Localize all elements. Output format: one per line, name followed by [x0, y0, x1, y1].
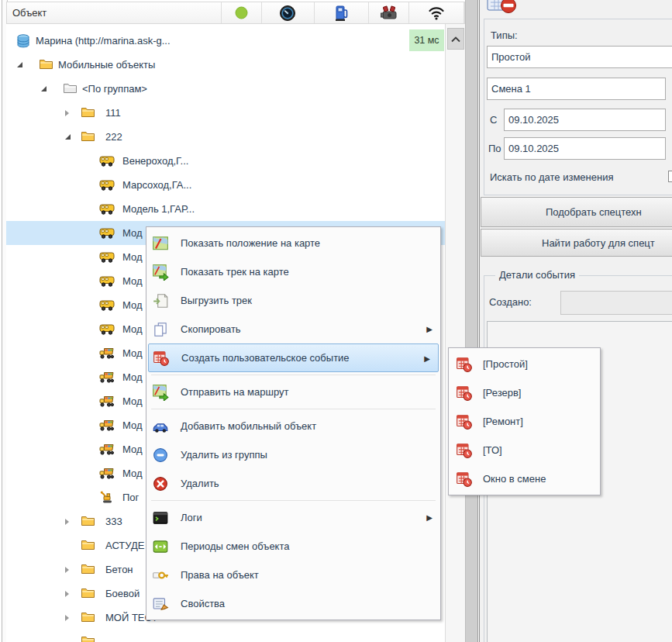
dump-truck-icon	[99, 371, 115, 384]
context-menu-item[interactable]: Удалить из группы	[146, 440, 440, 469]
context-menu-item[interactable]: Показать положение на карте	[146, 229, 440, 257]
tree-column-header: Объект	[6, 2, 465, 24]
tree-item[interactable]: Модель 1,ГАР...	[6, 197, 445, 221]
column-header-engine-icon[interactable]	[369, 2, 409, 23]
folder-icon	[81, 610, 95, 623]
scrollbar-up-button[interactable]	[447, 28, 464, 50]
context-menu-item[interactable]: Скопировать▶	[146, 315, 440, 343]
tree-item[interactable]: Венероход,Г...	[6, 149, 445, 173]
types-label: Типы:	[491, 29, 518, 41]
tree-item-label: Мод	[122, 365, 143, 389]
tree-item-label: Мод	[122, 317, 143, 341]
tree-item-label: <По группам>	[82, 77, 147, 101]
context-menu-item[interactable]: Показать трек на карте	[146, 257, 440, 286]
submenu-arrow-icon: ▶	[426, 315, 432, 343]
shift-combo[interactable]	[487, 78, 666, 100]
folder-icon	[81, 514, 95, 527]
tree-item-label: Мод	[122, 413, 143, 437]
delete-icon	[152, 475, 169, 492]
menu-item-label: Свойства	[181, 598, 225, 609]
expand-arrow-icon[interactable]	[65, 567, 69, 573]
event-icon	[456, 471, 473, 488]
map-position-icon	[152, 235, 169, 252]
bus-icon	[99, 323, 115, 336]
menu-item-label: [Простой]	[483, 358, 528, 370]
context-menu-item[interactable]: Свойства	[146, 589, 440, 618]
date-to-input[interactable]	[504, 137, 666, 160]
tree-item-label: 222	[105, 125, 122, 149]
search-by-date-checkbox[interactable]	[668, 171, 672, 182]
expand-arrow-icon[interactable]	[65, 615, 69, 621]
search-by-date-label: Искать по дате изменения	[490, 171, 613, 183]
collapse-arrow-icon[interactable]	[65, 134, 71, 140]
menu-separator	[151, 500, 436, 501]
logs-icon	[152, 509, 169, 526]
submenu-item[interactable]: Окно в смене	[449, 464, 600, 493]
tree-item[interactable]: Марина (http://marina.ask-g...31 мс	[6, 29, 445, 53]
tree-item[interactable]	[6, 630, 445, 642]
submenu-item[interactable]: [Резерв]	[449, 378, 600, 407]
menu-item-label: Окно в смене	[483, 473, 546, 485]
expand-arrow-icon[interactable]	[65, 591, 69, 597]
submenu-item[interactable]: [Простой]	[449, 350, 600, 378]
folder-icon	[39, 57, 53, 71]
tree-item-label: Мод	[122, 293, 143, 317]
folder-icon	[81, 562, 95, 575]
bus-icon	[99, 299, 115, 312]
event-icon	[153, 350, 170, 367]
event-type-input[interactable]	[487, 46, 672, 68]
menu-item-label: Удалить из группы	[181, 449, 267, 461]
context-menu-item[interactable]: Логи▶	[146, 503, 440, 532]
column-header-wifi-icon[interactable]	[409, 2, 464, 23]
dump-truck-icon	[99, 467, 115, 480]
dump-truck-icon	[99, 395, 115, 408]
menu-item-label: [ТО]	[483, 444, 502, 456]
collapse-arrow-icon[interactable]	[17, 62, 22, 67]
tree-item[interactable]: 222	[6, 125, 445, 149]
context-menu-item[interactable]: Права на объект	[146, 561, 440, 589]
date-from-input[interactable]	[504, 109, 666, 131]
find-work-button[interactable]: Найти работу для спецт	[481, 229, 672, 257]
context-menu: Показать положение на картеПоказать трек…	[146, 226, 441, 620]
bus-icon	[99, 226, 115, 240]
menu-item-label: Добавить мобильный объект	[181, 420, 316, 432]
submenu-item[interactable]: [ТО]	[449, 436, 600, 464]
context-menu-item[interactable]: Добавить мобильный объект	[146, 412, 440, 440]
date-to-label: По	[488, 143, 501, 154]
tree-item[interactable]: <По группам>	[6, 77, 445, 101]
event-icon	[456, 385, 473, 402]
create-event-toolbar-icon[interactable]	[486, 0, 517, 15]
scrollbar-track[interactable]	[445, 24, 465, 642]
tree-item[interactable]: Мобильные объекты	[6, 53, 445, 77]
bus-icon	[99, 202, 115, 216]
bus-icon	[99, 274, 115, 288]
tree-item-label: Пог	[122, 485, 139, 509]
context-menu-item[interactable]: Отправить на маршрут	[146, 378, 440, 406]
latency-badge: 31 мс	[409, 29, 444, 51]
submenu-item[interactable]: [Ремонт]	[449, 407, 600, 436]
column-header-fuel-icon[interactable]	[315, 2, 370, 23]
context-menu-item[interactable]: Удалить	[146, 469, 440, 498]
gauge-icon	[279, 5, 296, 22]
event-icon	[456, 413, 473, 430]
tree-item[interactable]: 111	[6, 101, 445, 125]
panel-splitter[interactable]	[465, 0, 478, 642]
date-from-label: С	[490, 114, 497, 126]
context-menu-item[interactable]: Выгрузить трек	[146, 286, 440, 315]
column-header-gauge-icon[interactable]	[262, 2, 315, 23]
menu-separator	[151, 409, 436, 409]
folder-icon	[81, 538, 95, 551]
created-label: Создано:	[489, 296, 532, 308]
collapse-arrow-icon[interactable]	[41, 86, 47, 91]
select-equipment-button[interactable]: Подобрать спецтехн	[481, 197, 672, 227]
menu-item-label: Выгрузить трек	[181, 295, 252, 306]
menu-item-label: Периоды смен объекта	[181, 540, 289, 552]
context-menu-item[interactable]: Периоды смен объекта	[146, 532, 440, 561]
context-menu-item[interactable]: Создать пользовательское событие▶	[148, 343, 439, 372]
expand-arrow-icon[interactable]	[65, 110, 69, 116]
expand-arrow-icon[interactable]	[65, 519, 69, 525]
tree-item[interactable]: Марсоход,ГА...	[6, 173, 445, 197]
column-header-object[interactable]: Объект	[7, 2, 222, 23]
tree-item-label: Мод	[122, 461, 143, 485]
column-header-green-status-icon[interactable]	[222, 2, 262, 23]
